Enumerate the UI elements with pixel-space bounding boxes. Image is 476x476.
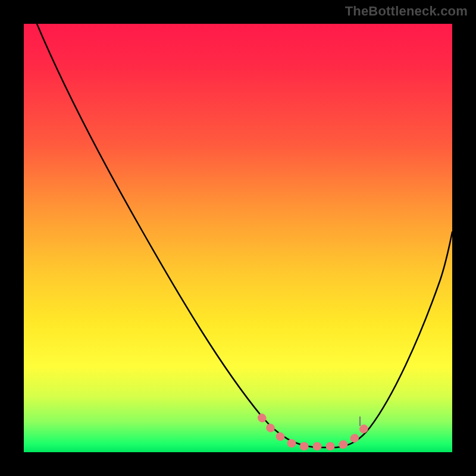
curve-layer [24,24,452,452]
chart-frame: TheBottleneck.com [0,0,476,476]
plot-area [24,24,452,452]
bottleneck-curve [37,24,452,447]
watermark-text: TheBottleneck.com [345,4,468,19]
